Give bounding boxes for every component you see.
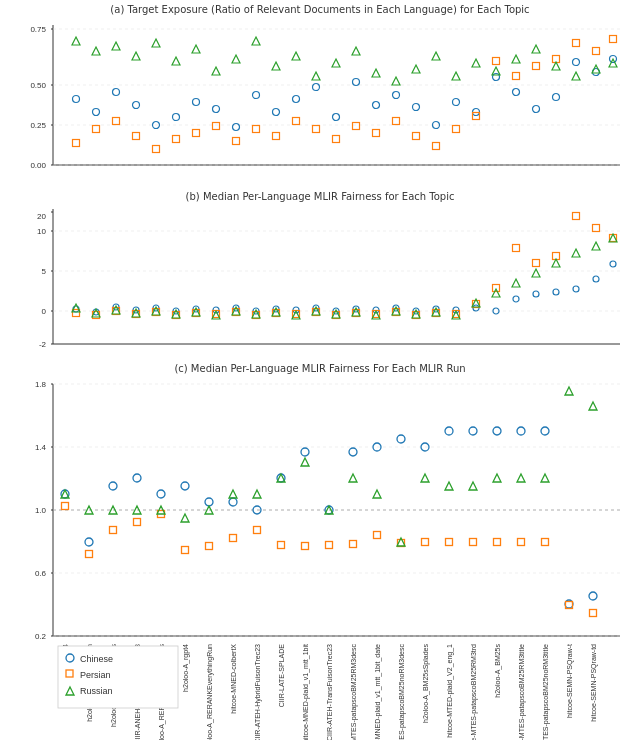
svg-marker-196 <box>609 234 617 242</box>
svg-rect-167 <box>593 225 600 232</box>
svg-marker-95 <box>572 72 580 80</box>
svg-marker-303 <box>541 474 549 482</box>
svg-point-36 <box>513 89 520 96</box>
svg-rect-42 <box>73 140 80 147</box>
svg-marker-288 <box>181 514 189 522</box>
legend-persian-label: Persian <box>80 670 111 680</box>
svg-point-140 <box>610 261 616 267</box>
panel-c-title: (c) Median Per-Language MLIR Fairness Fo… <box>8 363 632 374</box>
svg-marker-88 <box>432 52 440 60</box>
svg-point-254 <box>469 427 477 435</box>
svg-text:1.4: 1.4 <box>35 443 47 452</box>
svg-marker-193 <box>552 259 560 267</box>
svg-text:hitcoe-MTES-patapscoBM25RM3tit: hitcoe-MTES-patapscoBM25RM3title <box>518 644 526 740</box>
svg-marker-82 <box>312 72 320 80</box>
svg-rect-277 <box>470 539 477 546</box>
svg-marker-76 <box>192 45 200 53</box>
svg-point-24 <box>273 109 280 116</box>
svg-marker-93 <box>532 45 540 53</box>
svg-marker-72 <box>112 42 120 50</box>
svg-rect-163 <box>513 245 520 252</box>
svg-rect-68 <box>593 48 600 55</box>
svg-rect-261 <box>86 551 93 558</box>
svg-point-257 <box>541 427 549 435</box>
svg-point-16 <box>113 89 120 96</box>
panel-c-russian <box>61 387 597 546</box>
svg-marker-84 <box>352 47 360 55</box>
svg-text:hitcoe-MNED-plaid_v1_mtt_1bit: hitcoe-MNED-plaid_v1_mtt_1bit <box>302 644 310 740</box>
panel-a-chinese <box>73 56 617 131</box>
svg-point-15 <box>93 109 100 116</box>
svg-point-37 <box>533 106 540 113</box>
svg-rect-55 <box>333 136 340 143</box>
svg-text:0.50: 0.50 <box>30 81 46 90</box>
svg-point-25 <box>293 96 300 103</box>
svg-point-256 <box>517 427 525 435</box>
svg-point-136 <box>533 291 539 297</box>
svg-marker-83 <box>332 59 340 67</box>
svg-text:h2oloo-A_BM25sSplades: h2oloo-A_BM25sSplades <box>422 644 430 723</box>
svg-point-239 <box>109 482 117 490</box>
svg-rect-69 <box>610 36 617 43</box>
svg-point-135 <box>513 296 519 302</box>
svg-marker-74 <box>152 39 160 47</box>
svg-text:hitcoe-MTES-patapscoBM25noRM3d: hitcoe-MTES-patapscoBM25noRM3desc <box>398 644 406 740</box>
svg-marker-192 <box>532 269 540 277</box>
svg-marker-195 <box>592 242 600 250</box>
svg-point-238 <box>85 538 93 546</box>
svg-marker-191 <box>512 279 520 287</box>
svg-rect-59 <box>413 133 420 140</box>
svg-text:1.8: 1.8 <box>35 380 47 389</box>
svg-rect-266 <box>206 543 213 550</box>
svg-rect-278 <box>494 539 501 546</box>
svg-point-23 <box>253 92 260 99</box>
svg-rect-45 <box>133 133 140 140</box>
svg-marker-89 <box>452 72 460 80</box>
svg-rect-279 <box>518 539 525 546</box>
panel-a-svg: 0.00 0.25 0.50 0.75 <box>8 17 628 185</box>
svg-text:h2oloo-A_BM25s: h2oloo-A_BM25s <box>494 644 502 698</box>
svg-rect-61 <box>453 126 460 133</box>
svg-point-19 <box>173 114 180 121</box>
svg-point-241 <box>157 490 165 498</box>
svg-point-26 <box>313 84 320 91</box>
svg-point-29 <box>373 102 380 109</box>
panel-a-russian <box>72 37 617 85</box>
svg-text:1.0: 1.0 <box>35 506 47 515</box>
svg-text:-2: -2 <box>39 340 47 349</box>
svg-marker-298 <box>421 474 429 482</box>
svg-rect-47 <box>173 136 180 143</box>
svg-marker-190 <box>492 289 500 297</box>
svg-point-20 <box>193 99 200 106</box>
panel-a: (a) Target Exposure (Ratio of Relevant D… <box>8 4 632 189</box>
svg-rect-164 <box>533 260 540 267</box>
svg-marker-290 <box>229 490 237 498</box>
svg-point-240 <box>133 474 141 482</box>
panel-c-persian <box>62 503 597 617</box>
svg-rect-58 <box>393 118 400 125</box>
svg-rect-306 <box>58 646 178 708</box>
svg-marker-94 <box>552 62 560 70</box>
svg-rect-262 <box>110 527 117 534</box>
svg-point-253 <box>445 427 453 435</box>
svg-point-33 <box>453 99 460 106</box>
svg-point-27 <box>333 114 340 121</box>
svg-point-242 <box>181 482 189 490</box>
svg-rect-63 <box>493 58 500 65</box>
svg-rect-267 <box>230 535 237 542</box>
svg-marker-85 <box>372 69 380 77</box>
svg-marker-296 <box>373 490 381 498</box>
svg-point-22 <box>233 124 240 131</box>
svg-text:hitcoe-MNED-plaid_v1_mtt_1bit_: hitcoe-MNED-plaid_v1_mtt_1bit_date <box>374 644 382 740</box>
svg-text:hitcoe-MTES-patapscoBM25noRM3t: hitcoe-MTES-patapscoBM25noRM3title <box>542 644 550 740</box>
svg-rect-280 <box>542 539 549 546</box>
svg-rect-51 <box>253 126 260 133</box>
svg-text:hitcoe-SEMN-PSQraw-td: hitcoe-SEMN-PSQraw-td <box>590 644 598 722</box>
svg-rect-273 <box>374 532 381 539</box>
svg-rect-276 <box>446 539 453 546</box>
svg-text:hitcoe-MTES-patapscoBM25RM3des: hitcoe-MTES-patapscoBM25RM3desc <box>350 644 358 740</box>
svg-text:0: 0 <box>42 307 47 316</box>
svg-rect-260 <box>62 503 69 510</box>
panel-b: (b) Median Per-Language MLIR Fairness fo… <box>8 191 632 361</box>
svg-text:0.00: 0.00 <box>30 161 46 170</box>
